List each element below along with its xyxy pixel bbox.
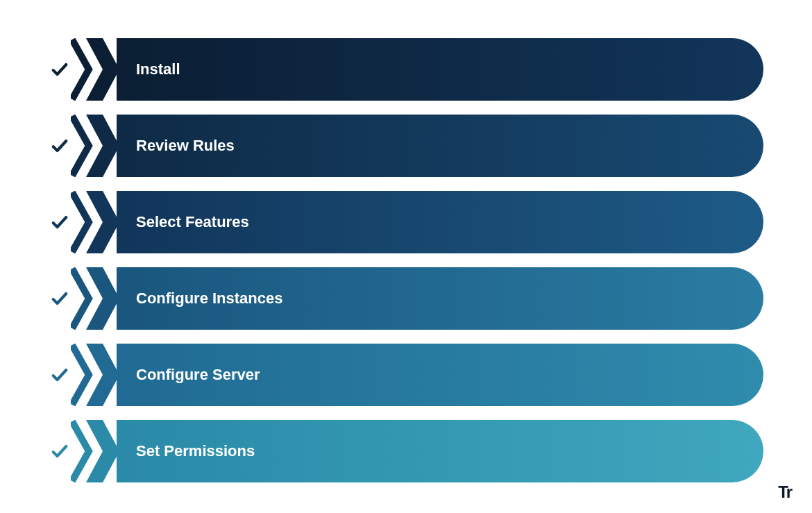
- step-label: Review Rules: [136, 137, 235, 155]
- step-row: Configure Instances: [49, 267, 763, 330]
- chevron-icon: [71, 420, 118, 482]
- step-label: Select Features: [136, 213, 249, 231]
- step-row: Configure Server: [49, 344, 763, 406]
- chevron-icon: [71, 267, 118, 330]
- step-bar: Review Rules: [117, 115, 763, 177]
- step-label: Install: [136, 60, 180, 78]
- check-icon: [49, 441, 71, 461]
- chevron-icon: [71, 344, 118, 406]
- step-row: Install: [49, 38, 763, 101]
- chevron-icon: [71, 38, 118, 101]
- step-bar: Set Permissions: [117, 420, 763, 482]
- step-bar: Install: [117, 38, 763, 101]
- step-row: Set Permissions: [49, 420, 763, 482]
- step-label: Configure Server: [136, 366, 260, 384]
- chevron-icon: [71, 115, 118, 177]
- step-label: Set Permissions: [136, 442, 255, 460]
- check-icon: [49, 212, 71, 232]
- step-row: Select Features: [49, 191, 763, 253]
- check-icon: [49, 136, 71, 155]
- steps-diagram: Install Review Rules: [49, 38, 763, 482]
- check-icon: [49, 365, 71, 385]
- step-bar: Configure Server: [117, 344, 763, 406]
- step-bar: Select Features: [117, 191, 763, 253]
- step-row: Review Rules: [49, 115, 763, 177]
- chevron-icon: [71, 191, 118, 253]
- logo: Tr: [778, 482, 791, 502]
- step-label: Configure Instances: [136, 289, 282, 308]
- check-icon: [49, 60, 71, 79]
- check-icon: [49, 289, 71, 308]
- step-bar: Configure Instances: [117, 267, 763, 330]
